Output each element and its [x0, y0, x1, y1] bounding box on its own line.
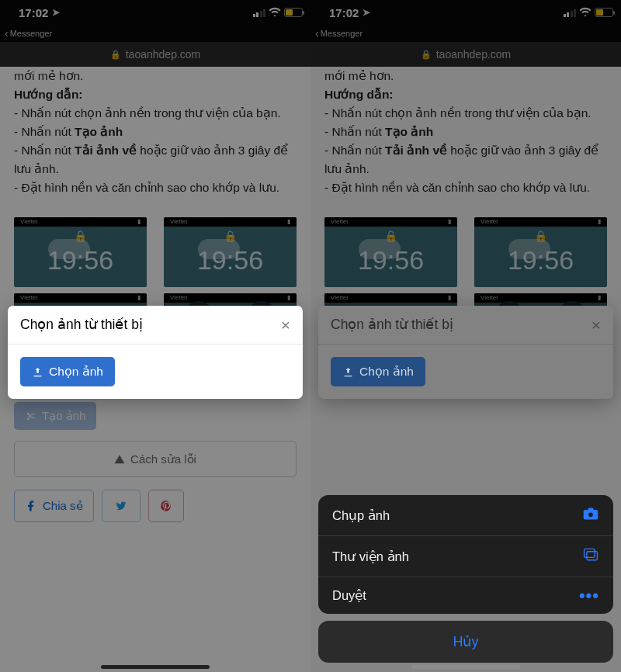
button-label: Hủy: [453, 634, 479, 649]
action-sheet: Chụp ảnh Thư viện ảnh Duyệt ••• Hủy: [318, 495, 613, 663]
action-label: Duyệt: [332, 588, 366, 603]
choose-image-modal: Chọn ảnh từ thiết bị × Chọn ảnh: [8, 306, 303, 399]
svg-rect-4: [585, 549, 595, 557]
action-photo-library[interactable]: Thư viện ảnh: [318, 535, 613, 577]
more-icon: •••: [579, 591, 599, 601]
svg-point-2: [588, 512, 593, 518]
upload-icon: [342, 366, 354, 378]
button-label: Chọn ảnh: [359, 365, 414, 379]
modal-title: Chọn ảnh từ thiết bị: [20, 317, 143, 333]
modal-choose-button[interactable]: Chọn ảnh: [20, 357, 115, 386]
gallery-icon: [582, 547, 599, 566]
svg-rect-1: [588, 507, 594, 510]
modal-choose-button[interactable]: Chọn ảnh: [331, 357, 425, 386]
home-indicator[interactable]: [101, 665, 210, 669]
home-indicator[interactable]: [411, 665, 520, 669]
modal-title: Chọn ảnh từ thiết bị: [331, 317, 453, 333]
close-icon[interactable]: ×: [592, 317, 601, 333]
choose-image-modal: Chọn ảnh từ thiết bị × Chọn ảnh: [318, 306, 613, 399]
close-icon[interactable]: ×: [281, 317, 290, 333]
upload-icon: [32, 366, 43, 378]
action-label: Thư viện ảnh: [332, 549, 409, 564]
action-cancel[interactable]: Hủy: [318, 621, 613, 663]
button-label: Chọn ảnh: [49, 365, 103, 379]
action-browse[interactable]: Duyệt •••: [318, 577, 613, 614]
action-label: Chụp ảnh: [332, 508, 390, 523]
camera-icon: [582, 506, 599, 525]
action-take-photo[interactable]: Chụp ảnh: [318, 495, 613, 535]
svg-rect-3: [587, 552, 598, 560]
